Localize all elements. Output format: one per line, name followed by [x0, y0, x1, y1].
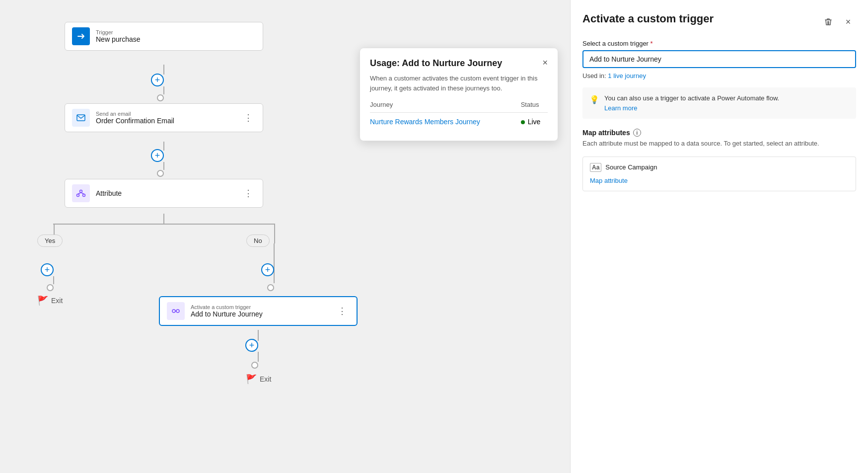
email-node-menu[interactable]: ⋮ — [241, 111, 256, 124]
connector-2 — [163, 86, 164, 94]
right-panel-header: Activate a custom trigger × — [582, 12, 856, 30]
branch-no-v1 — [274, 243, 275, 283]
attribute-node-text: Attribute — [96, 189, 122, 197]
svg-point-3 — [83, 194, 85, 197]
trigger-label-main: New purchase — [96, 35, 141, 43]
yes-label: Yes — [37, 235, 63, 247]
small-circle-2 — [157, 170, 164, 177]
usage-table: Journey Status Nurture Rewards Members J… — [370, 101, 548, 131]
svg-point-6 — [172, 310, 175, 313]
right-panel-actions: × — [820, 14, 856, 30]
svg-point-2 — [77, 194, 79, 197]
branch-v-center — [163, 214, 164, 224]
map-attributes-info-icon[interactable]: i — [633, 129, 641, 137]
add-btn-2[interactable]: + — [151, 149, 164, 162]
source-campaign-icon: Aa — [590, 163, 601, 172]
branch-v-right — [274, 224, 275, 243]
yes-exit-node: 🚩 Exit — [37, 295, 63, 306]
below-custom-trigger — [258, 330, 259, 341]
close-panel-button[interactable]: × — [840, 14, 856, 30]
add-btn-1[interactable]: + — [151, 74, 164, 86]
bottom-exit-node: 🚩 Exit — [246, 374, 271, 385]
yes-circle — [47, 284, 54, 291]
connector-3 — [163, 142, 164, 151]
no-label: No — [246, 235, 270, 247]
trigger-node-text: Trigger New purchase — [96, 29, 141, 43]
svg-line-5 — [81, 193, 84, 194]
attribute-card-title: Aa Source Campaign — [590, 163, 849, 172]
branch-yes-v2 — [53, 276, 54, 284]
svg-point-7 — [176, 310, 179, 313]
custom-trigger-node[interactable]: Activate a custom trigger Add to Nurture… — [159, 296, 358, 326]
col-journey-header: Journey — [370, 101, 521, 113]
trigger-label-small: Trigger — [96, 29, 141, 35]
right-panel-title: Activate a custom trigger — [582, 12, 714, 26]
info-box-text: You can also use a trigger to activate a… — [604, 93, 779, 113]
close-icon: × — [846, 17, 851, 27]
bottom-exit-flag: 🚩 — [246, 374, 257, 385]
final-circle — [251, 362, 258, 369]
email-label-main: Order Confirmation Email — [96, 117, 174, 125]
email-node[interactable]: Send an email Order Confirmation Email ⋮ — [65, 103, 263, 132]
source-campaign-title: Source Campaign — [605, 163, 657, 171]
map-attributes-label: Map attributes i — [582, 129, 856, 137]
add-btn-no[interactable]: + — [261, 263, 274, 276]
map-attribute-link[interactable]: Map attribute — [590, 177, 628, 184]
delete-button[interactable] — [820, 14, 836, 30]
attribute-card: Aa Source Campaign Map attribute — [582, 157, 856, 191]
no-circle — [267, 284, 274, 291]
map-desc: Each attribute must be mapped to a data … — [582, 139, 856, 149]
live-journey-link[interactable]: 1 live journey — [608, 72, 646, 79]
usage-popup-close[interactable]: × — [542, 58, 548, 67]
email-icon — [72, 109, 90, 127]
custom-trigger-label-main: Add to Nurture Journey — [191, 310, 263, 318]
used-in-text: Used in: 1 live journey — [582, 72, 856, 79]
add-btn-below-trigger[interactable]: + — [245, 339, 258, 352]
status-dot — [521, 120, 525, 124]
connector-4 — [163, 162, 164, 170]
connector-1 — [163, 65, 164, 75]
info-box: 💡 You can also use a trigger to activate… — [582, 87, 856, 119]
col-status-header: Status — [521, 101, 548, 113]
yes-exit-flag: 🚩 — [37, 295, 48, 306]
yes-exit-label: Exit — [51, 297, 63, 305]
attribute-icon — [72, 184, 90, 202]
trigger-icon — [72, 27, 90, 45]
required-star: * — [651, 40, 653, 47]
attribute-node-menu[interactable]: ⋮ — [241, 187, 256, 200]
attribute-label-main: Attribute — [96, 189, 122, 197]
connector-final — [258, 352, 259, 362]
svg-rect-0 — [77, 115, 85, 121]
usage-popup-title: Usage: Add to Nurture Journey — [370, 58, 502, 69]
bottom-exit-label: Exit — [260, 375, 271, 383]
usage-popup-desc: When a customer activates the custom eve… — [370, 74, 548, 93]
attribute-node[interactable]: Attribute ⋮ — [65, 179, 263, 208]
custom-trigger-node-menu[interactable]: ⋮ — [335, 305, 350, 317]
small-circle-1 — [157, 94, 164, 101]
custom-trigger-node-text: Activate a custom trigger Add to Nurture… — [191, 304, 263, 318]
email-label-small: Send an email — [96, 111, 174, 117]
svg-line-4 — [78, 193, 81, 194]
usage-table-body: Nurture Rewards Members JourneyLive — [370, 113, 548, 131]
custom-trigger-icon — [167, 302, 185, 320]
custom-trigger-label-small: Activate a custom trigger — [191, 304, 263, 310]
svg-point-1 — [80, 190, 82, 193]
email-node-text: Send an email Order Confirmation Email — [96, 111, 174, 125]
add-btn-yes[interactable]: + — [41, 263, 54, 276]
trigger-node[interactable]: Trigger New purchase — [65, 22, 263, 51]
right-panel: Activate a custom trigger × Select a cus… — [570, 0, 868, 473]
usage-popup: Usage: Add to Nurture Journey × When a c… — [360, 48, 558, 141]
branch-h-line — [53, 224, 275, 225]
learn-more-link[interactable]: Learn more — [604, 104, 637, 112]
info-bulb-icon: 💡 — [589, 94, 599, 106]
usage-popup-header: Usage: Add to Nurture Journey × — [370, 58, 548, 69]
trigger-field-label: Select a custom trigger * — [582, 40, 856, 47]
journey-link[interactable]: Nurture Rewards Members Journey — [370, 118, 480, 126]
trigger-input[interactable] — [582, 50, 856, 68]
